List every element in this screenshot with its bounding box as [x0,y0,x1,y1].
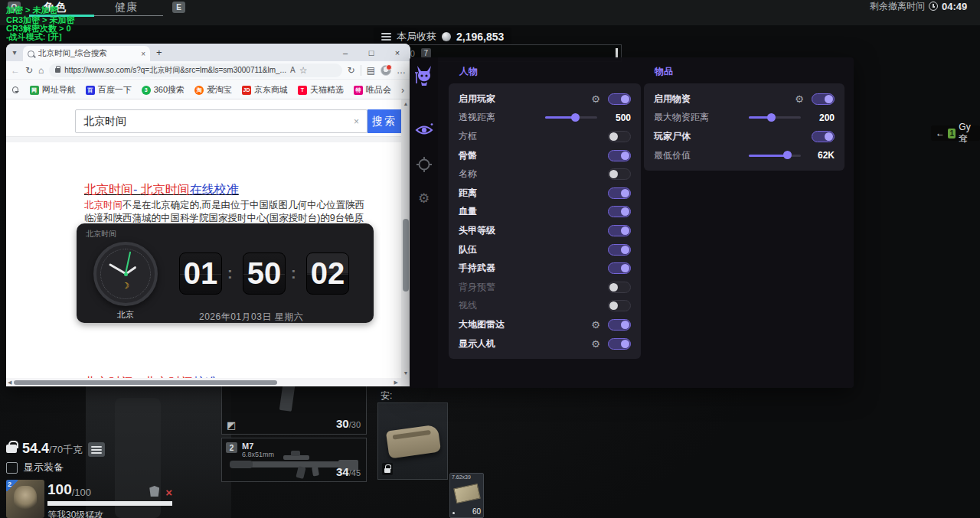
row-gear-icon[interactable]: ⚙ [795,94,804,104]
section-title-items: 物品 [655,65,844,78]
bookmark-item[interactable]: 3360搜索 [142,84,185,96]
loot-list-icon[interactable] [381,31,391,42]
toggle-distance[interactable] [608,187,631,199]
toggle-name[interactable] [608,168,631,180]
esp-eye-icon[interactable] [415,123,433,137]
beijing-clock-widget: 北京时间 ☽ 北京 01 : 50 : 02 2026年01月03日 星期六 [77,223,374,323]
bookmarks-overflow-icon[interactable]: › [401,85,404,96]
debuff-icon: × [165,487,172,498]
row-label: 最低价值 [654,149,749,162]
menu-row: 大地图雷达 ⚙ [459,315,631,334]
row-gear-icon[interactable]: ⚙ [591,94,600,104]
menu-row: 方框 [459,127,631,146]
toggle-enable-players[interactable] [608,93,631,105]
flip-seconds: 02 [306,252,349,295]
bookmark-item[interactable]: 特唯品会 [354,84,391,96]
browser-tab[interactable]: 北京时间_综合搜索 × [23,46,150,61]
slider-value: 62K [808,150,835,161]
scroll-right-icon[interactable]: ▶ [394,380,398,386]
back-icon[interactable]: ← [11,66,20,75]
toggle-team[interactable] [608,244,631,256]
window-close-button[interactable]: × [384,44,410,61]
row-label: 骨骼 [459,149,608,162]
horizontal-scrollbar[interactable]: ◀ ▶ [6,378,401,386]
window-maximize-button[interactable]: □ [358,44,384,61]
bookmark-item[interactable]: 网网址导航 [30,84,76,96]
weapon-slot-2[interactable]: 2 M7 6.8x51mm 34/45 [221,438,367,482]
row-gear-icon[interactable]: ⚙ [591,320,600,330]
row-label: 背身预警 [459,281,608,294]
inventory-list-button[interactable] [88,442,105,457]
bookmark-label: 唯品会 [366,84,391,96]
row-gear-icon[interactable]: ⚙ [591,339,600,349]
search-button[interactable]: 搜索 [368,109,401,133]
cheat-menu-window: ⚙ 人物 启用玩家 ⚙ 透视距离 500 方框 骨骼 [410,57,854,388]
new-tab-button[interactable]: + [156,47,162,58]
bookmark-label: 360搜索 [154,84,185,96]
collections-icon[interactable]: ▤ [367,66,375,75]
killfeed-entry: ← 1 Gy耷 [931,125,980,141]
aim-crosshair-icon[interactable] [416,157,432,172]
slider-loot-distance[interactable] [749,116,801,119]
menu-row: 背身预警 [459,278,631,297]
bookmark-item[interactable]: 淘爱淘宝 [194,84,232,96]
toggle-health[interactable] [608,206,631,217]
item-cell-ammo[interactable]: 7.62x39 60 [449,473,484,518]
more-menu-icon[interactable]: … [397,66,406,75]
slider-min-value[interactable] [749,155,801,157]
slider-esp-distance[interactable] [545,116,597,119]
read-aloud-icon[interactable]: A [290,66,296,75]
bookmark-item[interactable]: 百百度一下 [86,84,132,96]
keybind-2: 2 [226,442,237,453]
row-label: 启用玩家 [459,93,591,106]
safebox-slot[interactable] [377,402,448,480]
search-input[interactable]: 北京时间 × [75,109,368,133]
window-minimize-button[interactable]: – [332,44,358,61]
toggle-enable-loot[interactable] [812,93,835,105]
browser-window: ▾ 北京时间_综合搜索 × + – □ × ← ↻ ⌂ https://www.… [6,44,410,386]
toggle-armor-level[interactable] [608,225,631,236]
result-1-title[interactable]: 北京时间- 北京时间在线校准 [84,182,239,198]
bookmark-icon: 网 [30,86,39,95]
hp-bar [47,501,172,506]
toggle-held-weapon[interactable] [608,262,631,274]
profile-avatar[interactable] [381,65,391,76]
toggle-box[interactable] [608,131,631,142]
sidebar-chat-icon[interactable] [12,86,18,93]
bookmark-label: 百度一下 [98,84,132,96]
weight-value: 54.4 [22,441,49,456]
toggle-back-warning[interactable] [608,282,631,293]
menu-row: 最低价值 62K [654,146,835,165]
menu-row: 头甲等级 [459,221,631,240]
toggle-show-bots[interactable] [608,338,631,350]
toggle-map-radar[interactable] [608,319,631,331]
killfeed-player-name: Gy耷 [959,122,975,145]
lock-icon [55,68,60,73]
toggle-player-corpses[interactable] [812,131,835,142]
tab-track-underline [94,15,163,16]
show-gear-checkbox[interactable] [6,462,18,474]
safebox-label: 安: [377,389,395,403]
tab-health[interactable]: 健康 [115,1,138,15]
clear-search-icon[interactable]: × [354,116,359,127]
extensions-icon[interactable]: ↻ [348,66,355,75]
horizontal-scroll-thumb[interactable] [14,380,277,385]
show-gear-label: 显示装备 [24,461,64,474]
home-icon[interactable]: ⌂ [38,66,44,75]
tab-close-icon[interactable]: × [141,50,145,58]
vertical-scroll-thumb[interactable] [403,219,409,292]
row-label: 显示人机 [459,337,591,350]
url-bar[interactable]: https://www.so.com/s?q=北京时间&src=lm&ls=sm… [49,64,341,77]
settings-gear-icon[interactable]: ⚙ [418,192,430,205]
bookmark-item[interactable]: JD京东商城 [242,84,288,96]
player-avatar: 2 [6,480,44,518]
toggle-bones[interactable] [608,150,631,161]
refresh-icon[interactable]: ↻ [25,66,33,75]
bookmark-item[interactable]: T天猫精选 [298,84,344,96]
favorite-star-icon[interactable]: ☆ [299,66,308,75]
extract-value: 04:49 [942,1,967,12]
tab-search-chevron-icon[interactable]: ▾ [6,48,23,57]
scroll-left-icon[interactable]: ◀ [8,380,11,386]
toggle-sightline[interactable] [608,300,631,311]
row-label: 头甲等级 [459,224,608,237]
